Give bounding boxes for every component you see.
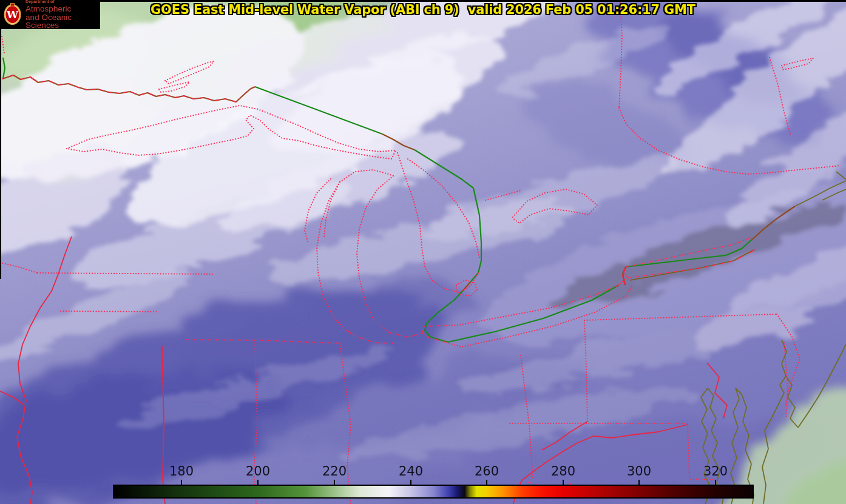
colorbar-tick-label: 260	[469, 464, 505, 479]
uw-aos-logo: W Department of Atmospheric and Oceanic …	[0, 0, 100, 29]
colorbar-tick-label: 220	[316, 464, 353, 479]
logo-line-atmospheric: Atmospheric	[25, 5, 100, 13]
colorbar-tick-mark	[638, 480, 640, 485]
image-title: GOES East Mid-level Water Vapor (ABI ch …	[151, 2, 695, 17]
colorbar-tick-mark	[181, 480, 182, 485]
colorbar-tick-label: 240	[393, 464, 429, 479]
temperature-colorbar	[113, 485, 754, 499]
colorbar-tick-label: 320	[697, 464, 734, 479]
uw-crest-icon: W	[3, 2, 22, 27]
logo-text-block: Department of Atmospheric and Oceanic Sc…	[25, 0, 100, 30]
colorbar-tick-label: 200	[240, 464, 276, 479]
colorbar-tick-mark	[257, 480, 259, 485]
colorbar-tick-mark	[563, 480, 564, 485]
image-top-border	[0, 0, 846, 2]
colorbar-tick-label: 180	[163, 464, 200, 479]
image-left-border	[0, 0, 1, 279]
crest-letter: W	[6, 8, 19, 21]
colorbar-tick-mark	[486, 480, 487, 485]
colorbar-tick-mark	[715, 480, 716, 485]
water-vapor-imagery	[0, 0, 846, 504]
logo-dept-line: Department of	[25, 0, 100, 4]
colorbar-tick-mark	[334, 480, 335, 485]
colorbar-tick-label: 280	[545, 464, 581, 479]
satellite-image-viewport: W Department of Atmospheric and Oceanic …	[0, 0, 846, 504]
colorbar-tick-label: 300	[621, 464, 657, 479]
colorbar-tick-mark	[410, 480, 411, 485]
logo-line-oceanic: and Oceanic Sciences	[25, 13, 100, 30]
